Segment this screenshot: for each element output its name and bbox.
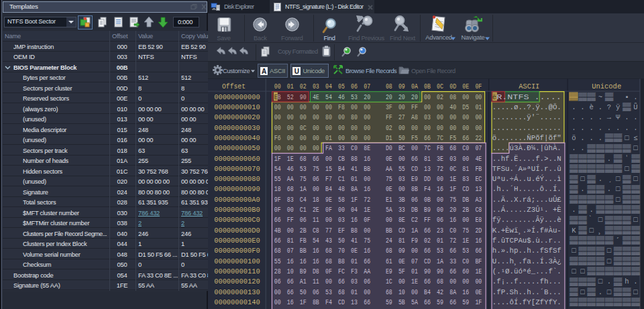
svg-text:00: 00 bbox=[274, 114, 281, 121]
svg-text:AA: AA bbox=[287, 176, 294, 183]
svg-text:DB: DB bbox=[411, 206, 418, 214]
svg-text:00: 00 bbox=[424, 94, 431, 101]
svg-text:55: 55 bbox=[274, 176, 281, 183]
svg-text:00: 00 bbox=[338, 114, 345, 121]
svg-text:10: 10 bbox=[287, 268, 294, 275]
svg-text:77: 77 bbox=[325, 227, 332, 235]
svg-text:□: □ bbox=[572, 247, 576, 255]
svg-text:0F: 0F bbox=[325, 268, 332, 275]
svg-text:00: 00 bbox=[364, 227, 370, 235]
svg-text:0F: 0F bbox=[325, 206, 332, 214]
svg-text:68: 68 bbox=[437, 278, 443, 286]
svg-text:66: 66 bbox=[462, 135, 469, 142]
svg-text:00: 00 bbox=[351, 104, 358, 111]
svg-text:1E: 1E bbox=[475, 268, 482, 275]
svg-text:C0: C0 bbox=[351, 145, 358, 152]
svg-text:53: 53 bbox=[325, 289, 332, 296]
svg-text:00: 00 bbox=[449, 114, 456, 121]
svg-text:C1: C1 bbox=[300, 206, 307, 214]
svg-text:00: 00 bbox=[325, 156, 332, 163]
svg-text:.: . bbox=[589, 134, 593, 142]
svg-text:00000000010: 00000000010 bbox=[214, 104, 260, 111]
svg-text:C4: C4 bbox=[300, 196, 307, 204]
svg-text:33: 33 bbox=[398, 206, 405, 214]
svg-text:00: 00 bbox=[364, 135, 370, 142]
svg-text:68: 68 bbox=[386, 247, 392, 255]
svg-text:▒▒: ▒▒ bbox=[587, 236, 596, 245]
svg-text:EC: EC bbox=[475, 176, 482, 183]
svg-text:▒▒: ▒▒ bbox=[587, 164, 596, 174]
svg-text:000000000D0: 000000000D0 bbox=[214, 227, 260, 235]
svg-text:00: 00 bbox=[274, 299, 281, 306]
svg-text:2D: 2D bbox=[475, 227, 482, 235]
svg-text:□: □ bbox=[625, 165, 629, 173]
svg-text:.: . bbox=[580, 144, 584, 152]
svg-text:FB: FB bbox=[475, 166, 482, 173]
svg-text:00: 00 bbox=[462, 278, 469, 286]
svg-text:Unicode: Unicode bbox=[592, 83, 621, 90]
svg-text:▒▒: ▒▒ bbox=[578, 277, 587, 287]
svg-text:00: 00 bbox=[287, 227, 294, 235]
svg-text:000000000A0: 000000000A0 bbox=[214, 196, 260, 204]
svg-text:▒▒: ▒▒ bbox=[623, 288, 631, 297]
svg-text:66: 66 bbox=[424, 227, 431, 235]
svg-text:0C: 0C bbox=[437, 83, 443, 90]
svg-text:0A: 0A bbox=[411, 83, 418, 90]
svg-text:.: . bbox=[598, 175, 602, 183]
svg-text:.: . bbox=[633, 113, 637, 121]
svg-text:66: 66 bbox=[449, 247, 456, 255]
svg-text:03: 03 bbox=[313, 83, 319, 90]
svg-text:?: ? bbox=[607, 103, 611, 111]
svg-text:~: ~ bbox=[598, 93, 602, 101]
svg-text:B9: B9 bbox=[300, 268, 307, 275]
svg-text:.: . bbox=[633, 124, 637, 132]
svg-text:00000000070: 00000000070 bbox=[214, 166, 260, 173]
svg-text:01: 01 bbox=[287, 83, 294, 90]
svg-text:▒▒: ▒▒ bbox=[596, 267, 605, 276]
svg-text:□: □ bbox=[607, 247, 612, 255]
svg-text:01: 01 bbox=[437, 237, 443, 245]
svg-text:00: 00 bbox=[411, 145, 418, 152]
svg-text:02: 02 bbox=[437, 94, 443, 101]
svg-text:00: 00 bbox=[437, 125, 443, 132]
svg-text:▒▒: ▒▒ bbox=[578, 257, 587, 266]
svg-text:▒▒: ▒▒ bbox=[623, 144, 631, 153]
svg-text:00000000080: 00000000080 bbox=[214, 176, 260, 183]
svg-text:28: 28 bbox=[274, 268, 281, 275]
svg-text:42: 42 bbox=[437, 289, 443, 296]
svg-text:88: 88 bbox=[351, 156, 358, 163]
svg-text:▒▒: ▒▒ bbox=[623, 267, 631, 276]
svg-text:16: 16 bbox=[287, 299, 294, 306]
svg-text:▒▒: ▒▒ bbox=[614, 133, 623, 143]
svg-text:▒▒: ▒▒ bbox=[605, 226, 614, 235]
svg-text:........ÿ'¨.....: ........ÿ'¨..... bbox=[492, 114, 561, 121]
svg-text:U...h¸.fa..Í.3À¿: U...h¸.fa..Í.3À¿ bbox=[492, 257, 561, 265]
svg-text:3E: 3E bbox=[437, 156, 443, 163]
svg-text:1E: 1E bbox=[449, 176, 456, 183]
svg-text:.: . bbox=[572, 103, 576, 111]
svg-text:F4: F4 bbox=[325, 299, 332, 306]
svg-text:00: 00 bbox=[313, 104, 319, 111]
svg-text:00000000040: 00000000040 bbox=[214, 135, 260, 142]
svg-text:..hf.Ë....f.>..N: ..hf.Ë....f.>..N bbox=[492, 155, 561, 163]
svg-text:00: 00 bbox=[287, 135, 294, 142]
svg-text:55: 55 bbox=[274, 258, 281, 265]
svg-text:03: 03 bbox=[449, 156, 456, 163]
svg-text:43: 43 bbox=[325, 237, 332, 245]
svg-text:EF: EF bbox=[338, 227, 345, 235]
svg-text:▒▒: ▒▒ bbox=[623, 103, 631, 112]
svg-text:00: 00 bbox=[300, 135, 307, 142]
svg-text:0B: 0B bbox=[424, 83, 431, 90]
svg-text:.: . bbox=[572, 124, 576, 132]
svg-text:10: 10 bbox=[398, 289, 405, 296]
svg-text:00: 00 bbox=[287, 125, 294, 132]
svg-text:00: 00 bbox=[398, 125, 405, 132]
svg-text:00000000100: 00000000100 bbox=[214, 258, 260, 265]
svg-text:75: 75 bbox=[386, 176, 392, 183]
svg-text:A8: A8 bbox=[411, 114, 418, 121]
svg-text:53: 53 bbox=[462, 247, 469, 255]
svg-text:06: 06 bbox=[313, 289, 319, 296]
svg-text:Ǖ: Ǖ bbox=[633, 103, 637, 111]
svg-text:00: 00 bbox=[462, 217, 469, 224]
svg-text:00: 00 bbox=[462, 114, 469, 121]
